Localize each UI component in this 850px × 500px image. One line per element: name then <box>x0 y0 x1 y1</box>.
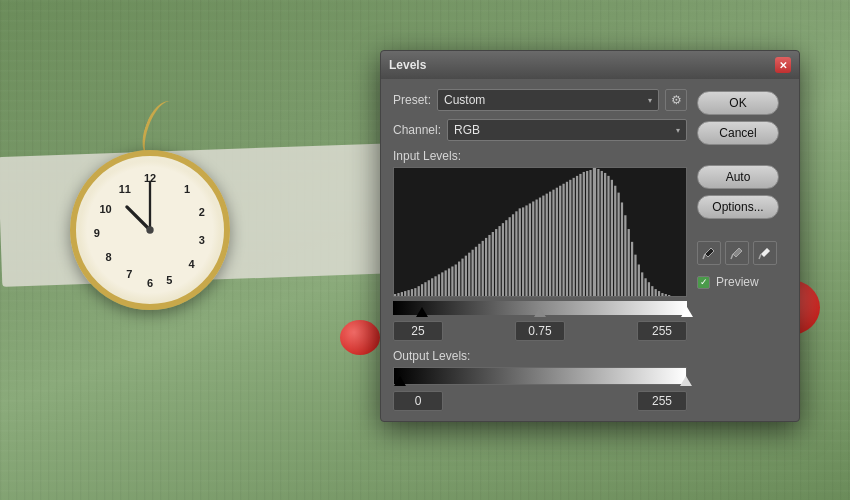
gray-eyedropper-button[interactable] <box>725 241 749 265</box>
input-white-handle[interactable] <box>681 307 693 317</box>
histogram-container <box>393 167 687 297</box>
clock-face: 12 1 2 3 4 5 6 7 8 9 10 11 <box>70 150 230 310</box>
svg-rect-17 <box>438 274 440 296</box>
svg-rect-64 <box>597 169 599 296</box>
dialog-body: Preset: Custom ▾ ⚙ Channel: RGB ▾ Input … <box>381 79 799 421</box>
svg-rect-79 <box>648 282 650 296</box>
channel-select[interactable]: RGB ▾ <box>447 119 687 141</box>
svg-rect-12 <box>421 284 423 296</box>
svg-line-88 <box>759 254 761 259</box>
svg-rect-11 <box>418 286 420 296</box>
input-slider-track[interactable] <box>393 301 687 315</box>
svg-rect-35 <box>498 226 500 296</box>
svg-rect-41 <box>519 208 521 296</box>
svg-rect-4 <box>394 294 396 296</box>
svg-rect-73 <box>628 229 630 296</box>
svg-rect-18 <box>441 272 443 296</box>
preset-value: Custom <box>444 93 485 107</box>
svg-rect-5 <box>397 293 399 296</box>
svg-rect-63 <box>593 168 596 296</box>
svg-rect-68 <box>611 180 613 296</box>
svg-rect-14 <box>428 280 430 296</box>
input-black-handle[interactable] <box>416 307 428 317</box>
input-levels-label: Input Levels: <box>393 149 687 163</box>
svg-rect-84 <box>665 294 667 296</box>
svg-rect-28 <box>475 247 477 296</box>
svg-line-86 <box>703 254 705 259</box>
channel-label: Channel: <box>393 123 441 137</box>
close-button[interactable]: ✕ <box>775 57 791 73</box>
svg-rect-49 <box>546 194 548 296</box>
svg-rect-75 <box>634 255 636 296</box>
ok-button[interactable]: OK <box>697 91 779 115</box>
svg-line-87 <box>731 254 733 259</box>
svg-rect-21 <box>451 266 453 296</box>
preset-dropdown-arrow: ▾ <box>648 96 652 105</box>
svg-rect-25 <box>465 256 467 296</box>
svg-rect-8 <box>407 290 409 296</box>
svg-rect-34 <box>495 229 497 296</box>
svg-line-1 <box>127 207 150 230</box>
svg-rect-48 <box>542 196 544 296</box>
preset-select[interactable]: Custom ▾ <box>437 89 659 111</box>
input-mid-value[interactable] <box>515 321 565 341</box>
svg-rect-6 <box>401 292 403 296</box>
output-slider-track[interactable] <box>393 367 687 385</box>
svg-rect-77 <box>641 272 643 296</box>
svg-rect-26 <box>468 253 470 296</box>
output-white-handle[interactable] <box>680 376 692 386</box>
black-eyedropper-button[interactable] <box>697 241 721 265</box>
svg-rect-10 <box>414 288 416 296</box>
svg-rect-38 <box>509 217 511 296</box>
input-white-value[interactable] <box>637 321 687 341</box>
dialog-titlebar: Levels ✕ <box>381 51 799 79</box>
svg-rect-57 <box>573 178 575 296</box>
preview-row: ✓ Preview <box>697 275 787 289</box>
svg-rect-31 <box>485 238 487 296</box>
svg-rect-36 <box>502 223 504 296</box>
svg-rect-85 <box>668 295 670 296</box>
svg-rect-50 <box>549 192 551 296</box>
auto-button[interactable]: Auto <box>697 165 779 189</box>
output-black-value[interactable] <box>393 391 443 411</box>
svg-rect-59 <box>579 174 581 296</box>
svg-rect-13 <box>424 282 426 296</box>
svg-rect-42 <box>522 207 524 296</box>
svg-rect-81 <box>655 289 657 296</box>
input-black-value[interactable] <box>393 321 443 341</box>
svg-rect-45 <box>532 201 534 296</box>
svg-rect-47 <box>539 198 541 296</box>
output-values-row <box>393 391 687 411</box>
svg-rect-62 <box>589 170 591 296</box>
white-eyedropper-button[interactable] <box>753 241 777 265</box>
svg-rect-30 <box>482 241 484 296</box>
svg-rect-71 <box>621 202 623 296</box>
svg-rect-53 <box>559 186 561 296</box>
svg-rect-22 <box>455 264 457 296</box>
svg-rect-52 <box>556 188 558 296</box>
gear-button[interactable]: ⚙ <box>665 89 687 111</box>
svg-rect-27 <box>471 250 473 296</box>
svg-rect-70 <box>617 193 619 296</box>
input-mid-handle[interactable] <box>534 307 546 317</box>
red-ornament-left <box>340 320 380 355</box>
cancel-button[interactable]: Cancel <box>697 121 779 145</box>
svg-rect-23 <box>458 262 460 296</box>
svg-rect-56 <box>569 180 571 296</box>
svg-rect-66 <box>604 173 606 296</box>
preview-checkbox[interactable]: ✓ <box>697 276 710 289</box>
svg-rect-39 <box>512 214 514 296</box>
output-levels-label: Output Levels: <box>393 349 687 363</box>
svg-rect-58 <box>576 176 578 296</box>
svg-rect-55 <box>566 182 568 296</box>
output-white-value[interactable] <box>637 391 687 411</box>
svg-rect-29 <box>478 244 480 296</box>
output-black-handle[interactable] <box>394 376 406 386</box>
svg-rect-20 <box>448 268 450 296</box>
svg-rect-72 <box>624 215 626 296</box>
svg-rect-80 <box>651 286 653 296</box>
svg-rect-65 <box>601 171 603 296</box>
options-button[interactable]: Options... <box>697 195 779 219</box>
dialog-left-panel: Preset: Custom ▾ ⚙ Channel: RGB ▾ Input … <box>393 89 687 411</box>
svg-rect-33 <box>492 232 494 296</box>
